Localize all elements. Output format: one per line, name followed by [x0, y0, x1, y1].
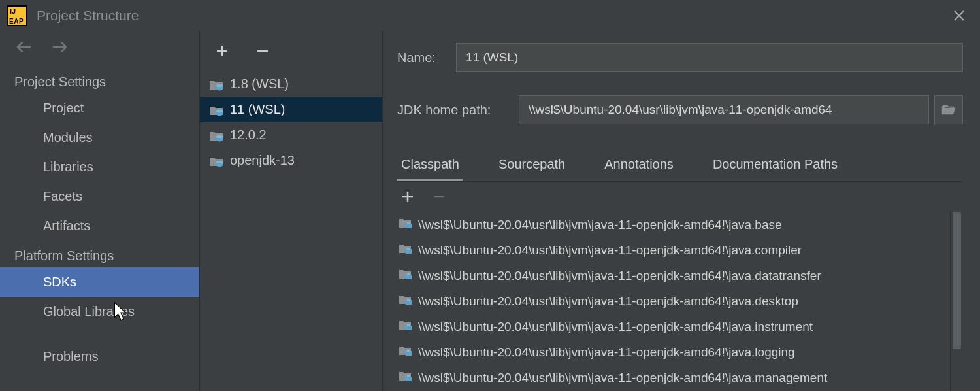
add-classpath-button[interactable] — [399, 188, 417, 207]
svg-rect-13 — [407, 222, 410, 224]
jdk-path-label: JDK home path: — [397, 103, 519, 118]
svg-rect-21 — [407, 324, 410, 326]
titlebar: IJEAP Project Structure — [0, 0, 980, 31]
classpath-entry-path: \\wsl$\Ubuntu-20.04\usr\lib\jvm\java-11-… — [418, 371, 827, 385]
nav-heading-platform-settings: Platform Settings — [0, 245, 199, 267]
back-arrow-icon[interactable] — [14, 38, 33, 56]
sdk-detail-panel: Name: JDK home path: ClasspathSourcepath… — [383, 31, 980, 391]
jdk-folder-icon — [209, 78, 223, 90]
svg-point-5 — [216, 110, 223, 112]
jdk-folder-icon — [209, 129, 223, 141]
sdk-item-label: 11 (WSL) — [230, 102, 285, 117]
classpath-entry-path: \\wsl$\Ubuntu-20.04\usr\lib\jvm\java-11-… — [418, 218, 782, 232]
nav-item-sdks[interactable]: SDKs — [0, 267, 199, 297]
nav-item-project[interactable]: Project — [0, 94, 199, 123]
svg-rect-17 — [407, 273, 410, 275]
classpath-entry[interactable]: \\wsl$\Ubuntu-20.04\usr\lib\jvm\java-11-… — [397, 339, 950, 365]
classpath-entry[interactable]: \\wsl$\Ubuntu-20.04\usr\lib\jvm\java-11-… — [397, 288, 950, 314]
classpath-entry[interactable]: \\wsl$\Ubuntu-20.04\usr\lib\jvm\java-11-… — [397, 263, 950, 288]
jdk-path-field[interactable] — [519, 95, 929, 124]
classpath-entry-path: \\wsl$\Ubuntu-20.04\usr\lib\jvm\java-11-… — [418, 345, 795, 360]
svg-rect-19 — [407, 299, 410, 301]
classpath-entry-path: \\wsl$\Ubuntu-20.04\usr\lib\jvm\java-11-… — [418, 243, 802, 258]
library-folder-icon — [399, 345, 413, 360]
name-field[interactable] — [456, 43, 963, 72]
svg-rect-23 — [407, 350, 410, 352]
nav-item-artifacts[interactable]: Artifacts — [0, 211, 199, 241]
svg-rect-18 — [406, 300, 412, 305]
nav-item-problems[interactable]: Problems — [0, 342, 199, 371]
classpath-entry-path: \\wsl$\Ubuntu-20.04\usr\lib\jvm\java-11-… — [418, 294, 798, 309]
tab-documentation-paths[interactable]: Documentation Paths — [709, 150, 841, 181]
svg-rect-25 — [407, 375, 410, 377]
svg-point-8 — [216, 135, 223, 138]
nav-item-libraries[interactable]: Libraries — [0, 152, 199, 182]
classpath-entry[interactable]: \\wsl$\Ubuntu-20.04\usr\lib\jvm\java-11-… — [397, 237, 950, 263]
library-folder-icon — [399, 319, 413, 334]
sdk-item[interactable]: 1.8 (WSL) — [200, 71, 382, 97]
forward-arrow-icon[interactable] — [51, 38, 69, 56]
classpath-entry-path: \\wsl$\Ubuntu-20.04\usr\lib\jvm\java-11-… — [418, 320, 813, 334]
library-folder-icon — [399, 294, 413, 309]
library-folder-icon — [399, 217, 413, 232]
sdk-item[interactable]: 12.0.2 — [200, 122, 382, 148]
add-sdk-button[interactable] — [213, 42, 231, 62]
tab-annotations[interactable]: Annotations — [600, 150, 678, 181]
name-label: Name: — [397, 50, 456, 65]
svg-rect-12 — [406, 224, 412, 228]
svg-point-11 — [216, 161, 223, 163]
window-title: Project Structure — [37, 8, 946, 24]
svg-point-2 — [216, 84, 223, 87]
app-icon: IJEAP — [7, 5, 27, 26]
library-folder-icon — [399, 370, 413, 385]
sdk-item[interactable]: openjdk-13 — [200, 148, 382, 173]
svg-rect-15 — [407, 248, 410, 250]
svg-rect-14 — [406, 249, 412, 254]
classpath-scrollbar[interactable] — [950, 212, 963, 391]
classpath-entry[interactable]: \\wsl$\Ubuntu-20.04\usr\lib\jvm\java-11-… — [397, 314, 950, 339]
sdk-item-label: 12.0.2 — [230, 128, 267, 143]
library-folder-icon — [399, 243, 413, 258]
svg-rect-16 — [406, 275, 412, 279]
remove-sdk-button[interactable] — [253, 42, 272, 62]
browse-folder-button[interactable] — [934, 95, 963, 124]
jdk-folder-icon — [209, 104, 223, 116]
sdk-item-label: openjdk-13 — [230, 153, 295, 168]
close-icon[interactable] — [946, 3, 972, 29]
classpath-entry[interactable]: \\wsl$\Ubuntu-20.04\usr\lib\jvm\java-11-… — [397, 212, 950, 237]
nav-item-global-libraries[interactable]: Global Libraries — [0, 297, 199, 326]
nav-item-facets[interactable]: Facets — [0, 182, 199, 211]
library-folder-icon — [399, 268, 413, 283]
scrollbar-thumb[interactable] — [953, 212, 961, 349]
remove-classpath-button[interactable] — [430, 188, 448, 207]
svg-rect-24 — [406, 377, 412, 381]
sdk-item[interactable]: 11 (WSL) — [200, 97, 382, 122]
sidebar: Project Settings Project Modules Librari… — [0, 31, 200, 391]
svg-rect-20 — [406, 326, 412, 330]
svg-rect-22 — [406, 351, 412, 356]
jdk-folder-icon — [209, 155, 223, 167]
nav-heading-project-settings: Project Settings — [0, 71, 199, 94]
sdk-list-panel: 1.8 (WSL)11 (WSL)12.0.2openjdk-13 — [200, 31, 383, 391]
nav-item-modules[interactable]: Modules — [0, 123, 199, 152]
classpath-entry[interactable]: \\wsl$\Ubuntu-20.04\usr\lib\jvm\java-11-… — [397, 365, 950, 390]
tab-sourcepath[interactable]: Sourcepath — [495, 150, 569, 181]
sdk-item-label: 1.8 (WSL) — [230, 76, 289, 92]
tab-classpath[interactable]: Classpath — [397, 150, 463, 181]
classpath-entry-path: \\wsl$\Ubuntu-20.04\usr\lib\jvm\java-11-… — [418, 269, 821, 283]
